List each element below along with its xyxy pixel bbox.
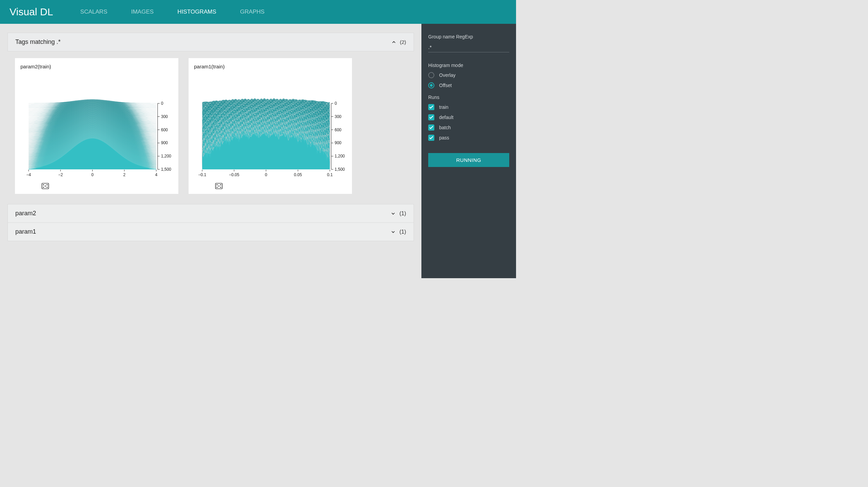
svg-text:0: 0: [161, 101, 163, 106]
radio-icon: [428, 72, 434, 78]
svg-text:0: 0: [335, 101, 337, 106]
panel-param2[interactable]: param2 (1): [7, 204, 414, 223]
svg-text:1,500: 1,500: [161, 167, 171, 172]
app-logo: Visual DL: [10, 6, 53, 18]
mode-offset-option[interactable]: Offset: [428, 82, 509, 88]
logo-text-strong: Visual: [10, 6, 37, 17]
svg-point-155: [217, 185, 218, 185]
svg-point-77: [43, 187, 44, 188]
nav-scalars[interactable]: SCALARS: [80, 9, 107, 15]
svg-point-158: [221, 187, 221, 188]
histogram-chart-param2[interactable]: 03006009001,2001,500−4−2024: [20, 71, 173, 180]
run-label: train: [439, 104, 448, 110]
checkbox-checked-icon: [428, 135, 434, 141]
app-header: Visual DL SCALARS IMAGES HISTOGRAMS GRAP…: [0, 0, 516, 24]
expand-icon[interactable]: [215, 183, 223, 189]
svg-text:0: 0: [265, 172, 267, 177]
checkbox-checked-icon: [428, 114, 434, 120]
run-label: batch: [439, 125, 451, 130]
runs-label: Runs: [428, 95, 509, 100]
svg-text:1,200: 1,200: [335, 154, 345, 158]
svg-point-75: [43, 185, 44, 185]
group-name-label: Group name RegExp: [428, 34, 509, 39]
svg-text:1,200: 1,200: [161, 154, 171, 158]
checkbox-checked-icon: [428, 124, 434, 131]
run-pass-option[interactable]: pass: [428, 135, 509, 141]
run-train-option[interactable]: train: [428, 104, 509, 110]
top-nav: SCALARS IMAGES HISTOGRAMS GRAPHS: [80, 9, 264, 15]
svg-text:300: 300: [161, 114, 168, 119]
mode-overlay-label: Overlay: [439, 72, 455, 78]
svg-point-79: [45, 186, 46, 186]
panel-title: param2: [15, 210, 36, 217]
svg-text:−4: −4: [26, 172, 31, 177]
running-button[interactable]: RUNNING: [428, 153, 509, 167]
chart-title: param1(train): [194, 64, 347, 69]
mode-overlay-option[interactable]: Overlay: [428, 72, 509, 78]
nav-histograms[interactable]: HISTOGRAMS: [177, 9, 216, 15]
main-content: Tags matching .* (2) param2(train) 03006…: [0, 24, 421, 278]
svg-point-159: [219, 186, 219, 186]
svg-text:−2: −2: [58, 172, 63, 177]
svg-text:−0.05: −0.05: [229, 172, 240, 177]
tags-panel-header[interactable]: Tags matching .* (2): [7, 33, 414, 51]
svg-point-78: [47, 187, 48, 188]
chart-card-param2: param2(train) 03006009001,2001,500−4−202…: [15, 58, 178, 194]
svg-text:600: 600: [161, 128, 168, 132]
svg-text:1,500: 1,500: [335, 167, 345, 172]
run-label: default: [439, 115, 453, 120]
panel-param1[interactable]: param1 (1): [7, 223, 414, 241]
panel-title: param1: [15, 228, 36, 235]
svg-text:−0.1: −0.1: [198, 172, 206, 177]
chevron-down-icon: [390, 229, 396, 235]
chevron-down-icon: [390, 211, 396, 216]
svg-text:0.1: 0.1: [327, 172, 333, 177]
sidebar-panel: Group name RegExp Histogram mode Overlay…: [421, 24, 516, 278]
expand-icon[interactable]: [42, 183, 49, 189]
charts-row: param2(train) 03006009001,2001,500−4−202…: [7, 51, 414, 201]
group-name-input[interactable]: [428, 43, 509, 52]
svg-text:900: 900: [161, 140, 168, 145]
run-label: pass: [439, 135, 449, 140]
radio-checked-icon: [428, 82, 434, 88]
nav-graphs[interactable]: GRAPHS: [240, 9, 264, 15]
run-default-option[interactable]: default: [428, 114, 509, 120]
tags-panel-count: (2): [400, 39, 406, 45]
chart-card-param1: param1(train) 03006009001,2001,500−0.1−0…: [189, 58, 352, 194]
svg-text:4: 4: [155, 172, 158, 177]
mode-offset-label: Offset: [439, 83, 452, 88]
panel-count: (1): [399, 229, 406, 235]
nav-images[interactable]: IMAGES: [131, 9, 154, 15]
run-batch-option[interactable]: batch: [428, 124, 509, 131]
svg-text:0: 0: [91, 172, 94, 177]
svg-point-76: [47, 185, 48, 185]
logo-text-light: DL: [37, 6, 53, 17]
svg-point-156: [221, 185, 221, 185]
histogram-mode-label: Histogram mode: [428, 63, 509, 68]
chart-title: param2(train): [20, 64, 173, 69]
histogram-chart-param1[interactable]: 03006009001,2001,500−0.1−0.0500.050.1: [194, 71, 347, 180]
chevron-up-icon: [391, 39, 397, 45]
svg-text:600: 600: [335, 128, 341, 132]
panel-count: (1): [399, 211, 406, 217]
checkbox-checked-icon: [428, 104, 434, 110]
tags-panel-title: Tags matching .*: [15, 38, 61, 46]
svg-text:2: 2: [123, 172, 126, 177]
svg-text:300: 300: [335, 114, 341, 119]
svg-point-157: [217, 187, 218, 188]
svg-text:900: 900: [335, 140, 341, 145]
svg-text:0.05: 0.05: [294, 172, 302, 177]
